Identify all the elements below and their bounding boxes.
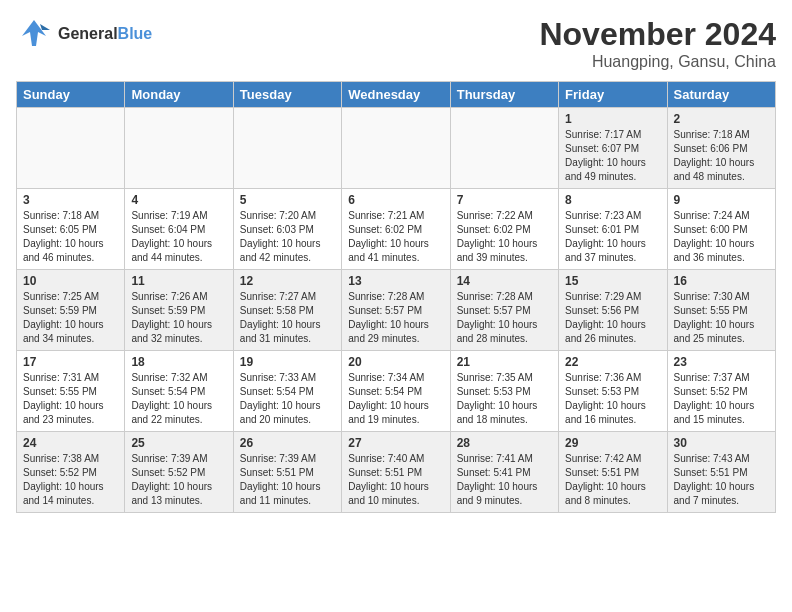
calendar-cell: 18Sunrise: 7:32 AM Sunset: 5:54 PM Dayli…: [125, 351, 233, 432]
day-number: 6: [348, 193, 443, 207]
day-number: 4: [131, 193, 226, 207]
calendar-cell: 25Sunrise: 7:39 AM Sunset: 5:52 PM Dayli…: [125, 432, 233, 513]
day-info: Sunrise: 7:28 AM Sunset: 5:57 PM Dayligh…: [457, 290, 552, 346]
calendar-cell: [342, 108, 450, 189]
calendar-cell: 23Sunrise: 7:37 AM Sunset: 5:52 PM Dayli…: [667, 351, 775, 432]
day-info: Sunrise: 7:39 AM Sunset: 5:51 PM Dayligh…: [240, 452, 335, 508]
calendar-cell: 7Sunrise: 7:22 AM Sunset: 6:02 PM Daylig…: [450, 189, 558, 270]
week-row-2: 3Sunrise: 7:18 AM Sunset: 6:05 PM Daylig…: [17, 189, 776, 270]
day-number: 11: [131, 274, 226, 288]
calendar-cell: 19Sunrise: 7:33 AM Sunset: 5:54 PM Dayli…: [233, 351, 341, 432]
day-info: Sunrise: 7:25 AM Sunset: 5:59 PM Dayligh…: [23, 290, 118, 346]
day-number: 27: [348, 436, 443, 450]
calendar-cell: [125, 108, 233, 189]
day-info: Sunrise: 7:26 AM Sunset: 5:59 PM Dayligh…: [131, 290, 226, 346]
weekday-header-monday: Monday: [125, 82, 233, 108]
calendar-cell: 8Sunrise: 7:23 AM Sunset: 6:01 PM Daylig…: [559, 189, 667, 270]
day-number: 2: [674, 112, 769, 126]
weekday-header-row: SundayMondayTuesdayWednesdayThursdayFrid…: [17, 82, 776, 108]
calendar-cell: 21Sunrise: 7:35 AM Sunset: 5:53 PM Dayli…: [450, 351, 558, 432]
day-number: 26: [240, 436, 335, 450]
week-row-1: 1Sunrise: 7:17 AM Sunset: 6:07 PM Daylig…: [17, 108, 776, 189]
title-area: November 2024 Huangping, Gansu, China: [539, 16, 776, 71]
calendar-cell: 22Sunrise: 7:36 AM Sunset: 5:53 PM Dayli…: [559, 351, 667, 432]
calendar-cell: 13Sunrise: 7:28 AM Sunset: 5:57 PM Dayli…: [342, 270, 450, 351]
day-info: Sunrise: 7:24 AM Sunset: 6:00 PM Dayligh…: [674, 209, 769, 265]
day-info: Sunrise: 7:42 AM Sunset: 5:51 PM Dayligh…: [565, 452, 660, 508]
calendar-cell: 4Sunrise: 7:19 AM Sunset: 6:04 PM Daylig…: [125, 189, 233, 270]
day-info: Sunrise: 7:27 AM Sunset: 5:58 PM Dayligh…: [240, 290, 335, 346]
logo-icon: [16, 16, 52, 52]
day-number: 10: [23, 274, 118, 288]
day-number: 12: [240, 274, 335, 288]
calendar-cell: 10Sunrise: 7:25 AM Sunset: 5:59 PM Dayli…: [17, 270, 125, 351]
day-number: 16: [674, 274, 769, 288]
weekday-header-saturday: Saturday: [667, 82, 775, 108]
day-number: 23: [674, 355, 769, 369]
calendar-cell: 2Sunrise: 7:18 AM Sunset: 6:06 PM Daylig…: [667, 108, 775, 189]
calendar-table: SundayMondayTuesdayWednesdayThursdayFrid…: [16, 81, 776, 513]
day-info: Sunrise: 7:31 AM Sunset: 5:55 PM Dayligh…: [23, 371, 118, 427]
weekday-header-thursday: Thursday: [450, 82, 558, 108]
calendar-body: 1Sunrise: 7:17 AM Sunset: 6:07 PM Daylig…: [17, 108, 776, 513]
month-year: November 2024: [539, 16, 776, 53]
week-row-5: 24Sunrise: 7:38 AM Sunset: 5:52 PM Dayli…: [17, 432, 776, 513]
day-number: 25: [131, 436, 226, 450]
svg-marker-0: [22, 20, 46, 46]
calendar-cell: [233, 108, 341, 189]
weekday-header-sunday: Sunday: [17, 82, 125, 108]
day-number: 5: [240, 193, 335, 207]
day-info: Sunrise: 7:33 AM Sunset: 5:54 PM Dayligh…: [240, 371, 335, 427]
day-info: Sunrise: 7:40 AM Sunset: 5:51 PM Dayligh…: [348, 452, 443, 508]
calendar-cell: 30Sunrise: 7:43 AM Sunset: 5:51 PM Dayli…: [667, 432, 775, 513]
week-row-4: 17Sunrise: 7:31 AM Sunset: 5:55 PM Dayli…: [17, 351, 776, 432]
day-number: 30: [674, 436, 769, 450]
calendar-cell: [17, 108, 125, 189]
day-info: Sunrise: 7:37 AM Sunset: 5:52 PM Dayligh…: [674, 371, 769, 427]
day-number: 29: [565, 436, 660, 450]
day-number: 28: [457, 436, 552, 450]
calendar-cell: 11Sunrise: 7:26 AM Sunset: 5:59 PM Dayli…: [125, 270, 233, 351]
day-number: 14: [457, 274, 552, 288]
day-number: 21: [457, 355, 552, 369]
day-info: Sunrise: 7:28 AM Sunset: 5:57 PM Dayligh…: [348, 290, 443, 346]
logo: GeneralBlue: [16, 16, 152, 52]
calendar-cell: 29Sunrise: 7:42 AM Sunset: 5:51 PM Dayli…: [559, 432, 667, 513]
calendar-cell: 16Sunrise: 7:30 AM Sunset: 5:55 PM Dayli…: [667, 270, 775, 351]
day-info: Sunrise: 7:38 AM Sunset: 5:52 PM Dayligh…: [23, 452, 118, 508]
weekday-header-friday: Friday: [559, 82, 667, 108]
day-number: 9: [674, 193, 769, 207]
week-row-3: 10Sunrise: 7:25 AM Sunset: 5:59 PM Dayli…: [17, 270, 776, 351]
svg-marker-1: [40, 24, 50, 30]
day-number: 17: [23, 355, 118, 369]
calendar-cell: 28Sunrise: 7:41 AM Sunset: 5:41 PM Dayli…: [450, 432, 558, 513]
day-number: 15: [565, 274, 660, 288]
calendar-cell: 24Sunrise: 7:38 AM Sunset: 5:52 PM Dayli…: [17, 432, 125, 513]
day-number: 1: [565, 112, 660, 126]
day-number: 24: [23, 436, 118, 450]
day-info: Sunrise: 7:18 AM Sunset: 6:06 PM Dayligh…: [674, 128, 769, 184]
day-info: Sunrise: 7:36 AM Sunset: 5:53 PM Dayligh…: [565, 371, 660, 427]
calendar-cell: 20Sunrise: 7:34 AM Sunset: 5:54 PM Dayli…: [342, 351, 450, 432]
day-info: Sunrise: 7:23 AM Sunset: 6:01 PM Dayligh…: [565, 209, 660, 265]
day-info: Sunrise: 7:29 AM Sunset: 5:56 PM Dayligh…: [565, 290, 660, 346]
location: Huangping, Gansu, China: [539, 53, 776, 71]
day-info: Sunrise: 7:43 AM Sunset: 5:51 PM Dayligh…: [674, 452, 769, 508]
calendar-cell: 9Sunrise: 7:24 AM Sunset: 6:00 PM Daylig…: [667, 189, 775, 270]
day-number: 20: [348, 355, 443, 369]
day-number: 3: [23, 193, 118, 207]
day-info: Sunrise: 7:35 AM Sunset: 5:53 PM Dayligh…: [457, 371, 552, 427]
day-info: Sunrise: 7:22 AM Sunset: 6:02 PM Dayligh…: [457, 209, 552, 265]
logo-text: GeneralBlue: [58, 25, 152, 43]
calendar-cell: 14Sunrise: 7:28 AM Sunset: 5:57 PM Dayli…: [450, 270, 558, 351]
calendar-cell: 15Sunrise: 7:29 AM Sunset: 5:56 PM Dayli…: [559, 270, 667, 351]
calendar-cell: 12Sunrise: 7:27 AM Sunset: 5:58 PM Dayli…: [233, 270, 341, 351]
weekday-header-wednesday: Wednesday: [342, 82, 450, 108]
weekday-header-tuesday: Tuesday: [233, 82, 341, 108]
calendar-cell: 17Sunrise: 7:31 AM Sunset: 5:55 PM Dayli…: [17, 351, 125, 432]
day-number: 7: [457, 193, 552, 207]
day-info: Sunrise: 7:30 AM Sunset: 5:55 PM Dayligh…: [674, 290, 769, 346]
calendar-cell: 1Sunrise: 7:17 AM Sunset: 6:07 PM Daylig…: [559, 108, 667, 189]
calendar-cell: 5Sunrise: 7:20 AM Sunset: 6:03 PM Daylig…: [233, 189, 341, 270]
day-info: Sunrise: 7:20 AM Sunset: 6:03 PM Dayligh…: [240, 209, 335, 265]
